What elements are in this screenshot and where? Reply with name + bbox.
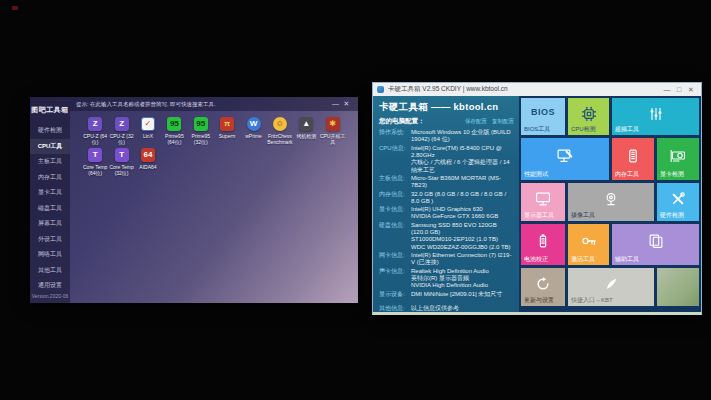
- tile-battery-calibrate[interactable]: 电池校正: [521, 224, 565, 265]
- tile-hardware-check[interactable]: 硬件检测: [657, 183, 699, 221]
- config-value: Realtek High Definition Audio: [411, 268, 489, 275]
- sidebar-item-disk[interactable]: 磁盘工具: [30, 201, 70, 217]
- sidebar-item-cpu[interactable]: CPU工具: [30, 139, 70, 155]
- pi-seal-icon: π: [220, 117, 234, 131]
- files-icon: [647, 234, 664, 249]
- sidebar-item-network[interactable]: 网络工具: [30, 247, 70, 263]
- checkmark-icon: ✓: [141, 117, 155, 131]
- sidebar-item-other[interactable]: 其他工具: [30, 263, 70, 279]
- tile-bios-tools[interactable]: BIOS BIOS工具: [521, 98, 565, 135]
- tile-label: 辅助工具: [615, 256, 639, 263]
- cpu-chip-icon: [581, 106, 596, 121]
- monitor-icon: [535, 191, 551, 206]
- config-row-gpu: 显卡信息: Intel(R) UHD Graphics 630 NVIDIA G…: [379, 206, 514, 221]
- sidebar-item-gpu[interactable]: 显卡工具: [30, 185, 70, 201]
- config-value: NVIDIA High Definition Audio: [411, 282, 489, 289]
- config-heading-row: 您的电脑配置： 保存配置 复制配置: [379, 117, 514, 126]
- prime95-icon: 95: [167, 117, 181, 131]
- window-tuba-toolbox: 图吧工具箱 硬件检测 CPU工具 主板工具 内存工具 显卡工具 磁盘工具 屏幕工…: [30, 97, 358, 303]
- tool-linx[interactable]: ✓ LinX: [135, 117, 161, 145]
- window-kbtool: 卡硬工具箱 V2.95 CKDIY | www.kbtool.cn — □ ✕ …: [372, 82, 702, 315]
- tool-cpuz-64[interactable]: Z CPU-Z (64位): [82, 117, 108, 145]
- tool-coretemp-64[interactable]: T Core Temp (64位): [82, 148, 108, 176]
- main-area: 提示: 在此输入工具名称或者拼音简写, 即可快速搜索工具. — ✕ Z CPU-…: [70, 97, 358, 303]
- tool-coretemp-32[interactable]: T Core Temp (32位): [108, 148, 134, 176]
- tile-assist-tools[interactable]: 辅助工具: [612, 224, 699, 265]
- battery-icon: [536, 233, 551, 249]
- coretemp-icon: T: [88, 148, 102, 162]
- config-label: 硬盘信息:: [379, 222, 411, 251]
- config-row-display: 显示设备: DMI MiNiNote [2M09.01] 未知尺寸: [379, 291, 514, 298]
- tools-cross-icon: [671, 191, 686, 206]
- config-heading: 您的电脑配置：: [379, 117, 460, 126]
- tool-label: CPU-Z (32位): [109, 133, 135, 145]
- config-row-network: 网卡信息: Intel(R) Ethernet Connection (7) I…: [379, 252, 514, 267]
- sidebar-item-mainboard[interactable]: 主板工具: [30, 154, 70, 170]
- tile-webcam-tools[interactable]: 摄像工具: [568, 183, 654, 221]
- maximize-icon[interactable]: □: [673, 83, 685, 96]
- aida64-icon: 64: [141, 148, 155, 162]
- tool-label: 烤机检测: [293, 133, 319, 139]
- tile-label: 硬件检测: [660, 212, 684, 219]
- sidebar-item-settings[interactable]: 通用设置: [30, 278, 70, 294]
- tile-label: 显卡检测: [660, 171, 684, 178]
- config-label: 声卡信息:: [379, 268, 411, 290]
- tile-cpu-check[interactable]: CPU检测: [568, 98, 609, 135]
- titlebar[interactable]: 卡硬工具箱 V2.95 CKDIY | www.kbtool.cn — □ ✕: [373, 83, 701, 96]
- tile-label: 更新与设置: [524, 297, 554, 304]
- feather-icon: [604, 276, 619, 291]
- save-config-link[interactable]: 保存配置: [465, 118, 487, 125]
- bios-text-icon: BIOS: [531, 107, 555, 117]
- search-hint-text: 提示: 在此输入工具名称或者拼音简写, 即可快速搜索工具.: [76, 101, 330, 108]
- tile-label: CPU检测: [571, 126, 596, 133]
- tool-label: Prime95 (64位): [161, 133, 187, 145]
- tile-performance-test[interactable]: 性能测试: [521, 138, 609, 180]
- config-value: Micro-Star B360M MORTAR (MS-7B23): [411, 175, 514, 190]
- tile-area-background: [657, 268, 699, 306]
- tile-monitor-tools[interactable]: 显示器工具: [521, 183, 565, 221]
- tool-prime95-32[interactable]: 95 Prime95 (32位): [188, 117, 214, 145]
- config-value: NVIDIA GeForce GTX 1660 6GB: [411, 213, 498, 220]
- ram-icon: [626, 148, 641, 163]
- tool-label: Superπ: [214, 133, 240, 139]
- sidebar-item-peripheral[interactable]: 外设工具: [30, 232, 70, 248]
- tile-activation-tools[interactable]: 激活工具: [568, 224, 609, 265]
- minimize-icon[interactable]: —: [661, 83, 673, 96]
- tool-superpi[interactable]: π Superπ: [214, 117, 240, 145]
- tool-prime95-64[interactable]: 95 Prime95 (64位): [161, 117, 187, 145]
- close-icon[interactable]: ✕: [341, 97, 352, 111]
- tool-fritzchess[interactable]: ☺ FritzChess Benchmark: [267, 117, 293, 145]
- config-row-memory: 内存信息: 32.0 GB (8.0 GB / 8.0 GB / 8.0 GB …: [379, 191, 514, 206]
- refresh-icon: [536, 276, 551, 291]
- tool-stress-test[interactable]: ▲ 烤机检测: [293, 117, 319, 145]
- tool-aida64[interactable]: 64 AIDA64: [135, 148, 161, 176]
- close-icon[interactable]: ✕: [685, 83, 697, 96]
- wprime-icon: W: [247, 117, 261, 131]
- tile-label: 显示器工具: [524, 212, 554, 219]
- sidebar-item-hardware[interactable]: 硬件检测: [30, 123, 70, 139]
- config-row-cpu: CPU信息: Intel(R) Core(TM) i5-8400 CPU @ 2…: [379, 145, 514, 174]
- copy-config-link[interactable]: 复制配置: [492, 118, 514, 125]
- config-value: 英特尔(R) 显示器音频: [411, 275, 489, 282]
- tool-cpu-unlock[interactable]: ✱ CPU开核工具: [320, 117, 346, 145]
- config-value: 以上信息仅供参考: [411, 305, 459, 312]
- config-value: Intel(R) UHD Graphics 630: [411, 206, 498, 213]
- tile-overclock-tools[interactable]: 超频工具: [612, 98, 699, 135]
- tile-update-settings[interactable]: 更新与设置: [521, 268, 565, 306]
- desktop-artifact: [12, 6, 18, 10]
- tool-cpuz-32[interactable]: Z CPU-Z (32位): [108, 117, 134, 145]
- cpuz-icon: Z: [115, 117, 129, 131]
- minimize-icon[interactable]: —: [330, 97, 341, 111]
- sidebar-item-memory[interactable]: 内存工具: [30, 170, 70, 186]
- tile-memory-tools[interactable]: 内存工具: [612, 138, 654, 180]
- tile-label: 内存工具: [615, 171, 639, 178]
- config-row-mainboard: 主板信息: Micro-Star B360M MORTAR (MS-7B23): [379, 175, 514, 190]
- cpuz-icon: Z: [88, 117, 102, 131]
- tool-label: wPrime: [241, 133, 267, 139]
- tool-wprime[interactable]: W wPrime: [240, 117, 266, 145]
- search-hint-bar[interactable]: 提示: 在此输入工具名称或者拼音简写, 即可快速搜索工具. — ✕: [70, 97, 358, 111]
- tool-label: AIDA64: [135, 164, 161, 170]
- tile-gpu-check[interactable]: 显卡检测: [657, 138, 699, 180]
- tile-kbt-shortcut[interactable]: 快捷入口→KBT: [568, 268, 654, 306]
- sidebar-item-screen[interactable]: 屏幕工具: [30, 216, 70, 232]
